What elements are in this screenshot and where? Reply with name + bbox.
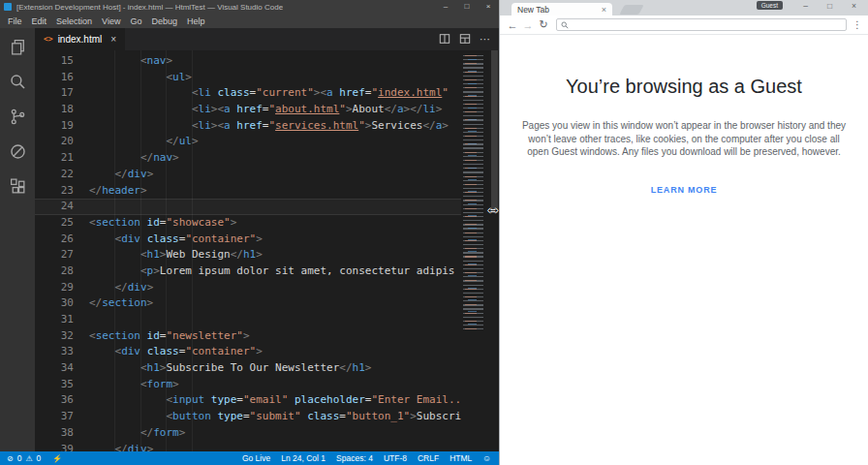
learn-more-link[interactable]: LEARN MORE xyxy=(651,185,718,195)
code-line-22[interactable]: 22 </div> xyxy=(35,167,499,183)
warnings-count[interactable]: 0 xyxy=(37,453,42,463)
line-number: 27 xyxy=(35,247,89,264)
menu-edit[interactable]: Edit xyxy=(27,16,52,26)
warnings-icon[interactable]: ⚠ xyxy=(25,454,32,463)
code-line-30[interactable]: 30</section> xyxy=(35,295,499,312)
line-number: 26 xyxy=(35,232,89,248)
search-icon[interactable] xyxy=(9,73,27,91)
vscode-titlebar: [Extension Development Host] - index.htm… xyxy=(0,0,499,14)
line-number: 31 xyxy=(35,312,89,328)
code-line-28[interactable]: 28 <p>Lorem ipsum dolor sit amet, consec… xyxy=(35,264,499,280)
screen: [Extension Development Host] - index.htm… xyxy=(0,0,868,465)
code-line-33[interactable]: 33 <div class="container"> xyxy=(35,344,499,360)
forward-button[interactable]: → xyxy=(520,19,536,31)
more-actions-icon[interactable]: ⋯ xyxy=(480,33,490,46)
code-line-20[interactable]: 20 </ul> xyxy=(35,134,499,150)
status-go-live[interactable]: Go Live xyxy=(242,453,270,463)
code-line-38[interactable]: 38 </form> xyxy=(35,425,499,442)
browser-close-button[interactable]: × xyxy=(842,0,866,13)
code-line-19[interactable]: 19 <li><a href="services.html">Services<… xyxy=(35,118,499,135)
tab-label: index.html xyxy=(58,34,103,45)
code-editor[interactable]: 15 <nav>16 <ul>17 <li class="current"><a… xyxy=(35,50,499,451)
html-file-icon: <> xyxy=(44,35,53,44)
line-number: 28 xyxy=(35,264,89,280)
code-line-15[interactable]: 15 <nav> xyxy=(35,53,499,70)
code-line-37[interactable]: 37 <button type="submit" class="button_1… xyxy=(35,409,499,425)
status-ln-24-col-1[interactable]: Ln 24, Col 1 xyxy=(281,453,326,463)
errors-count[interactable]: 0 xyxy=(17,453,22,463)
activity-bar xyxy=(0,28,35,451)
debug-icon[interactable] xyxy=(9,142,27,161)
guest-page: You’re browsing as a Guest Pages you vie… xyxy=(500,35,868,465)
code-line-36[interactable]: 36 <input type="email" placeholder="Ente… xyxy=(35,392,499,409)
browser-toolbar: ← → ↻ ⋮ xyxy=(500,16,868,35)
browser-tab-close-icon[interactable]: × xyxy=(602,5,606,15)
omnibox-search-icon xyxy=(561,21,569,29)
errors-icon[interactable]: ⊘ xyxy=(7,454,14,463)
bolt-icon[interactable]: ⚡ xyxy=(52,454,62,463)
address-bar[interactable] xyxy=(556,18,847,31)
line-number: 19 xyxy=(35,118,89,135)
vscode-window: [Extension Development Host] - index.htm… xyxy=(0,0,499,465)
code-line-21[interactable]: 21 </nav> xyxy=(35,150,499,167)
code-line-35[interactable]: 35 <form> xyxy=(35,377,499,393)
line-number: 39 xyxy=(35,442,89,452)
editor-layout-icon[interactable] xyxy=(459,33,471,46)
line-number: 24 xyxy=(35,199,89,215)
maximize-button[interactable]: □ xyxy=(456,0,478,14)
feedback-smiley-icon[interactable]: ☺ xyxy=(482,453,491,463)
status-bar: ⊘ 0 ⚠ 0 ⚡ Go LiveLn 24, Col 1Spaces: 4UT… xyxy=(0,451,499,465)
code-line-17[interactable]: 17 <li class="current"><a href="index.ht… xyxy=(35,85,499,102)
code-line-27[interactable]: 27 <h1>Web Design</h1> xyxy=(35,247,499,264)
menu-go[interactable]: Go xyxy=(125,16,146,26)
line-number: 17 xyxy=(35,85,89,102)
status-html[interactable]: HTML xyxy=(450,453,472,463)
indent-guide xyxy=(114,50,115,451)
minimap[interactable] xyxy=(461,50,490,451)
close-button[interactable]: × xyxy=(478,0,499,14)
source-control-icon[interactable] xyxy=(9,108,27,126)
status-crlf[interactable]: CRLF xyxy=(418,453,439,463)
extensions-icon[interactable] xyxy=(9,177,27,196)
editor-tab-bar: <> index.html × xyxy=(35,28,499,50)
menu-file[interactable]: File xyxy=(3,16,27,26)
line-number: 38 xyxy=(35,425,89,442)
tab-index-html[interactable]: <> index.html × xyxy=(35,28,125,50)
split-editor-icon[interactable] xyxy=(439,33,450,46)
browser-menu-icon[interactable]: ⋮ xyxy=(852,19,863,30)
browser-maximize-button[interactable]: □ xyxy=(818,0,842,13)
editor-scrollbar[interactable] xyxy=(490,50,499,451)
tab-close-icon[interactable]: × xyxy=(110,34,116,45)
guest-body-text: Pages you view in this window won’t appe… xyxy=(517,119,851,159)
code-line-39[interactable]: 39 </div> xyxy=(35,442,499,452)
code-line-34[interactable]: 34 <h1>Subscribe To Our Newsletter</h1> xyxy=(35,360,499,377)
code-line-26[interactable]: 26 <div class="container"> xyxy=(35,232,499,248)
code-line-18[interactable]: 18 <li><a href="about.html">About</a></l… xyxy=(35,102,499,118)
vscode-logo-icon xyxy=(4,3,12,11)
code-line-25[interactable]: 25<section id="showcase"> xyxy=(35,215,499,232)
browser-tab-new-tab[interactable]: New Tab × xyxy=(512,3,612,16)
minimize-button[interactable]: – xyxy=(435,0,456,14)
new-tab-button[interactable] xyxy=(619,5,643,15)
browser-minimize-button[interactable]: – xyxy=(793,0,818,13)
line-number: 22 xyxy=(35,167,89,183)
back-button[interactable]: ← xyxy=(505,19,520,31)
indent-guide xyxy=(140,50,141,451)
menu-selection[interactable]: Selection xyxy=(51,16,97,26)
explorer-icon[interactable] xyxy=(9,38,27,56)
browser-window-controls: – □ × xyxy=(793,0,866,13)
line-number: 18 xyxy=(35,102,89,118)
code-line-16[interactable]: 16 <ul> xyxy=(35,70,499,86)
code-line-32[interactable]: 32<section id="newsletter"> xyxy=(35,328,499,345)
menu-debug[interactable]: Debug xyxy=(146,16,182,26)
code-line-23[interactable]: 23</header> xyxy=(35,183,499,200)
guest-heading: You’re browsing as a Guest xyxy=(500,76,868,98)
status-spaces-4[interactable]: Spaces: 4 xyxy=(336,453,373,463)
status-utf-8[interactable]: UTF-8 xyxy=(384,453,407,463)
refresh-button[interactable]: ↻ xyxy=(536,18,551,31)
menu-view[interactable]: View xyxy=(97,16,125,26)
code-line-29[interactable]: 29 </div> xyxy=(35,280,499,296)
code-line-31[interactable]: 31 xyxy=(35,312,499,328)
code-line-24[interactable]: 24 xyxy=(35,199,499,215)
menu-help[interactable]: Help xyxy=(182,16,210,26)
